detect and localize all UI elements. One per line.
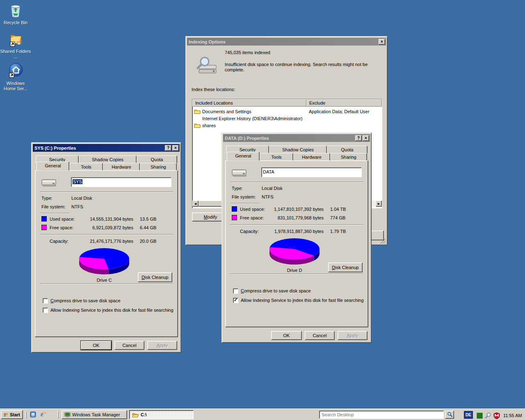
desktop-icon-label: Shared Folders ... xyxy=(0,49,31,59)
capacity-size: 1.79 TB xyxy=(330,229,346,234)
apply-button[interactable]: Apply xyxy=(147,341,177,350)
free-space-size: 6.44 GB xyxy=(140,225,156,230)
tab-quota[interactable]: Quota xyxy=(137,155,177,163)
shared-folders-icon xyxy=(7,32,24,47)
ok-button[interactable]: OK xyxy=(271,331,302,340)
index-locations-label: Index these locations: xyxy=(192,87,235,92)
location-name: Internet Explorer History (DIENER3\Admin… xyxy=(202,116,303,121)
compress-checkbox[interactable]: ✓ xyxy=(233,288,238,294)
disk-cleanup-button[interactable]: Disk Cleanup xyxy=(328,262,363,272)
list-item[interactable]: Internet Explorer History (DIENER3\Admin… xyxy=(194,115,381,122)
ok-button[interactable]: OK xyxy=(81,341,112,350)
close-icon[interactable]: × xyxy=(363,135,369,141)
cancel-button[interactable]: Cancel xyxy=(114,341,144,350)
used-space-label: Used space: xyxy=(50,217,75,221)
system-tray: 11:55 AM xyxy=(477,411,522,420)
cancel-button[interactable]: Cancel xyxy=(305,331,335,340)
tab-shadow-copies[interactable]: Shadow Copies xyxy=(79,155,137,163)
divider xyxy=(230,274,363,274)
type-value: Local Disk xyxy=(262,186,283,191)
apply-button[interactable]: Apply xyxy=(338,331,368,340)
toolbar-gripper[interactable] xyxy=(57,411,59,418)
disk-usage-pie-chart xyxy=(268,237,321,266)
tab-general[interactable]: General xyxy=(227,152,260,161)
scroll-right-icon[interactable]: ▶ xyxy=(376,201,382,207)
free-space-bytes: 831,101,779,968 bytes xyxy=(263,215,324,220)
type-value: Local Disk xyxy=(71,196,92,201)
divider xyxy=(231,203,260,204)
tab-hardware[interactable]: Hardware xyxy=(103,163,140,171)
filesystem-value: NTFS xyxy=(71,204,83,209)
data-title-bar[interactable]: DATA (D:) Properties ? × xyxy=(223,134,370,142)
location-name: Documents and Settings xyxy=(202,109,251,114)
drive-label: Drive C xyxy=(78,278,131,283)
quick-launch-shared-folders[interactable] xyxy=(30,411,38,420)
clock[interactable]: 11:55 AM xyxy=(503,413,522,418)
filesystem-label: File system: xyxy=(232,194,256,199)
drive-icon xyxy=(41,177,57,188)
divider xyxy=(230,224,363,225)
tab-sharing[interactable]: Sharing xyxy=(330,153,367,161)
selected-text: SYS xyxy=(73,179,82,184)
tab-hardware[interactable]: Hardware xyxy=(293,153,330,161)
help-icon[interactable]: ? xyxy=(355,135,362,141)
volume-label-field[interactable]: SYS xyxy=(71,177,171,187)
list-item[interactable]: shares xyxy=(194,122,381,129)
column-header-included-locations[interactable]: Included Locations xyxy=(192,99,306,107)
desktop-icon-label: Windows Home Ser... xyxy=(0,81,31,91)
indexing-title-bar[interactable]: Indexing Options × xyxy=(187,38,386,46)
quick-launch-internet-explorer[interactable]: e xyxy=(40,411,48,420)
desktop: { "glyphs": { "help": "?", "close": "×",… xyxy=(0,0,525,420)
mcafee-shield-icon[interactable] xyxy=(493,412,500,419)
volume-label-field[interactable]: DATA xyxy=(261,167,362,177)
divider xyxy=(230,182,363,183)
location-exclude: Application Data; Default User xyxy=(309,109,369,114)
sys-title-bar[interactable]: SYS (C:) Properties ? × xyxy=(33,144,180,152)
start-button[interactable]: Start xyxy=(1,410,23,419)
desktop-icon-recycle-bin[interactable]: Recycle Bin xyxy=(0,2,31,25)
tab-tools[interactable]: Tools xyxy=(260,153,293,161)
language-indicator[interactable]: DE xyxy=(464,411,473,419)
task-manager-icon xyxy=(64,412,71,418)
resize-grip[interactable] xyxy=(380,238,386,244)
desktop-icon-windows-home-server[interactable]: Windows Home Ser... xyxy=(0,62,31,91)
window-title: SYS (C:) Properties xyxy=(34,146,164,151)
search-input[interactable] xyxy=(319,411,444,419)
windows-home-server-icon xyxy=(7,62,24,79)
open-folder-icon xyxy=(132,412,139,418)
column-header-exclude[interactable]: Exclude xyxy=(306,99,382,107)
free-space-label: Free space: xyxy=(240,215,264,220)
compress-checkbox[interactable]: ✓ xyxy=(43,298,48,304)
folder-icon xyxy=(194,109,201,114)
tab-tools[interactable]: Tools xyxy=(69,163,103,171)
list-item[interactable]: Documents and Settings Application Data;… xyxy=(194,108,381,115)
divider xyxy=(40,213,69,214)
scroll-left-icon[interactable]: ◀ xyxy=(192,201,199,207)
type-label: Type: xyxy=(41,196,52,201)
allow-indexing-checkbox[interactable]: ✓ xyxy=(233,298,238,303)
tab-general[interactable]: General xyxy=(37,162,69,171)
tab-sharing[interactable]: Sharing xyxy=(140,163,177,171)
task-button-c-drive[interactable]: C:\ xyxy=(129,410,194,419)
help-icon[interactable]: ? xyxy=(165,145,171,151)
disk-cleanup-button[interactable]: Disk Cleanup xyxy=(138,272,172,282)
network-status-icon[interactable] xyxy=(477,413,483,419)
location-name: shares xyxy=(202,123,216,128)
compress-checkbox-label: Compress drive to save disk space xyxy=(241,288,311,293)
capacity-size: 20.0 GB xyxy=(140,239,156,244)
capacity-label: Capacity: xyxy=(50,239,68,244)
toolbar-gripper[interactable] xyxy=(25,411,27,418)
used-space-bytes: 14,555,131,904 bytes xyxy=(73,217,133,221)
capacity-label: Capacity: xyxy=(240,229,259,234)
app-icon xyxy=(30,411,37,418)
close-icon[interactable]: × xyxy=(172,145,179,151)
check-icon: ✓ xyxy=(234,297,237,303)
desktop-search-tray-icon[interactable] xyxy=(485,412,491,419)
tab-shadow-copies[interactable]: Shadow Copies xyxy=(269,146,327,153)
task-button-task-manager[interactable]: Windows Task Manager xyxy=(62,410,127,419)
desktop-icon-shared-folders[interactable]: Shared Folders ... xyxy=(0,32,31,59)
tab-quota[interactable]: Quota xyxy=(327,146,368,153)
close-icon[interactable]: × xyxy=(379,39,385,45)
allow-indexing-checkbox[interactable]: ✓ xyxy=(43,308,48,313)
search-button[interactable] xyxy=(445,411,454,419)
